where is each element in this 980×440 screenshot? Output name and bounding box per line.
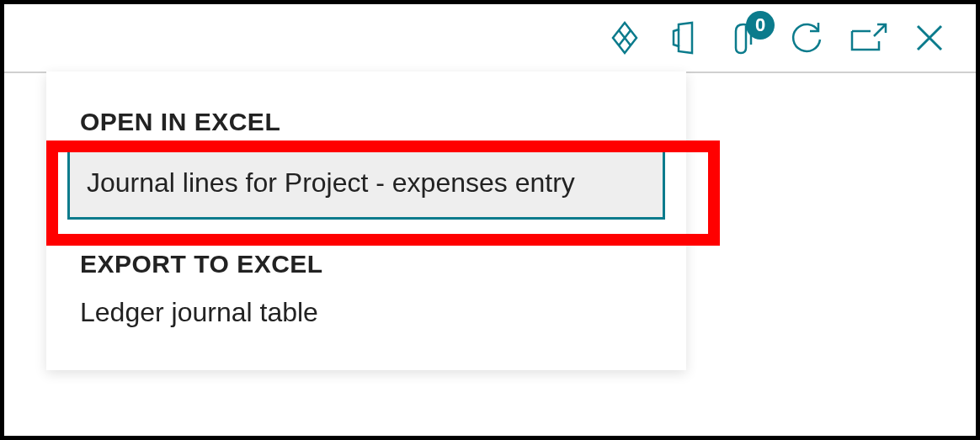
attachments-count: 0 xyxy=(755,14,765,36)
refresh-icon[interactable] xyxy=(788,19,825,56)
power-apps-icon[interactable] xyxy=(606,19,643,56)
close-icon[interactable] xyxy=(913,21,946,55)
popout-icon[interactable] xyxy=(849,19,889,56)
attachments-count-badge: 0 xyxy=(746,11,775,40)
menu-item-ledger-journal-table[interactable]: Ledger journal table xyxy=(46,289,686,337)
attachments-icon[interactable]: 0 xyxy=(727,19,764,56)
toolbar: 0 xyxy=(606,4,976,72)
section-header-open-in-excel: OPEN IN EXCEL xyxy=(46,93,686,146)
office-icon[interactable] xyxy=(667,19,704,56)
section-header-export-to-excel: EXPORT TO EXCEL xyxy=(46,235,686,289)
excel-dropdown-panel: OPEN IN EXCEL Journal lines for Project … xyxy=(46,72,686,370)
menu-item-journal-lines-project-expenses[interactable]: Journal lines for Project - expenses ent… xyxy=(67,146,665,220)
